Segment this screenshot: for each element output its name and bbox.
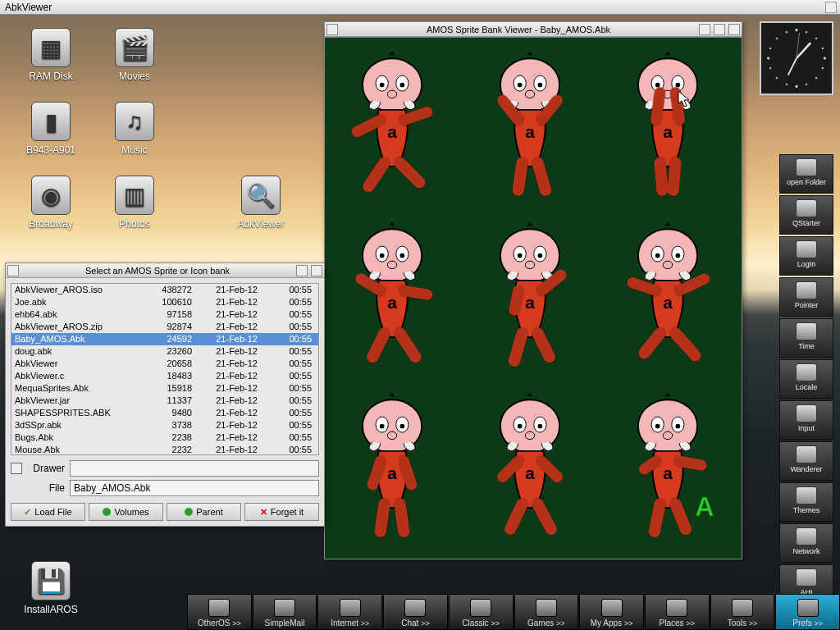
desktop-icon-ram-disk[interactable]: ▦RAM Disk bbox=[16, 28, 85, 82]
file-selector-titlebar[interactable]: Select an AMOS Sprite or Icon bank bbox=[6, 263, 324, 278]
file-row[interactable]: MequaSprites.Abk1591821-Feb-1200:55 bbox=[11, 382, 318, 395]
svg-point-73 bbox=[538, 424, 543, 429]
taskbar-item-prefs[interactable]: Prefs >> bbox=[775, 594, 840, 630]
input-icon bbox=[796, 404, 817, 422]
dock-item-login[interactable]: LogIn bbox=[779, 236, 833, 276]
taskbar-item-myapps[interactable]: My Apps >> bbox=[579, 594, 644, 630]
svg-point-4 bbox=[767, 57, 769, 60]
time-icon bbox=[796, 322, 817, 340]
desktop-icon-broadway[interactable]: ◉Broadway bbox=[16, 176, 85, 230]
dock-item-pointer[interactable]: Pointer bbox=[779, 277, 833, 317]
svg-point-16 bbox=[786, 31, 788, 33]
svg-point-31 bbox=[538, 83, 543, 88]
otheros-icon bbox=[208, 599, 230, 617]
depth-gadget[interactable] bbox=[728, 24, 740, 35]
file-row[interactable]: Bugs.Abk223821-Feb-1200:55 bbox=[11, 431, 318, 444]
svg-point-46 bbox=[387, 261, 396, 269]
dot-icon bbox=[185, 508, 193, 516]
file-row[interactable]: Baby_AMOS.Abk2459221-Feb-1200:55 bbox=[11, 333, 318, 345]
taskbar-item-chat[interactable]: Chat >> bbox=[383, 594, 448, 630]
desktop-icon-music[interactable]: ♫Music bbox=[100, 102, 169, 156]
file-list[interactable]: AbkViewer_AROS.iso43827221-Feb-1200:55Jo… bbox=[11, 283, 319, 455]
sprite-frame: a bbox=[472, 217, 587, 372]
taskbar-item-otheros[interactable]: OtherOS >> bbox=[187, 594, 252, 630]
svg-point-80 bbox=[676, 424, 681, 429]
taskbar-item-places[interactable]: Places >> bbox=[645, 594, 710, 630]
drawer-checkbox[interactable] bbox=[11, 463, 22, 474]
svg-point-12 bbox=[806, 84, 807, 85]
file-row[interactable]: 3dSSpr.abk373821-Feb-1200:55 bbox=[11, 419, 318, 431]
sprite-viewer-titlebar[interactable]: AMOS Sprite Bank Viewer - Baby_AMOS.Abk bbox=[325, 22, 742, 37]
close-gadget[interactable] bbox=[326, 24, 338, 35]
close-gadget[interactable] bbox=[7, 265, 19, 276]
file-row[interactable]: SHAPESSPRITES.ABK948021-Feb-1200:55 bbox=[11, 407, 318, 419]
file-row[interactable]: AbkViewer_AROS.iso43827221-Feb-1200:55 bbox=[11, 284, 318, 296]
desktop-icon-photos[interactable]: ▥Photos bbox=[100, 176, 169, 230]
svg-point-64 bbox=[380, 424, 385, 429]
svg-text:a: a bbox=[387, 122, 397, 141]
file-row[interactable]: ehb64.abk9715821-Feb-1200:55 bbox=[11, 308, 318, 321]
dock-item-network[interactable]: Network bbox=[779, 523, 833, 563]
file-row[interactable]: Joe.abk10061021-Feb-1200:55 bbox=[11, 296, 318, 308]
desktop-icon-abkviewer[interactable]: 🔍AbkViewer bbox=[226, 176, 295, 230]
file-row[interactable]: AbkViewer.c1848321-Feb-1200:55 bbox=[11, 370, 318, 382]
ram-disk-icon: ▦ bbox=[31, 28, 71, 67]
dock-item-time[interactable]: Time bbox=[779, 318, 833, 358]
dock-item-themes[interactable]: Themes bbox=[779, 482, 833, 522]
wanderer-icon bbox=[796, 445, 817, 463]
volumes-button[interactable]: Volumes bbox=[89, 503, 163, 521]
file-row[interactable]: AbkViewer_AROS.zip9287421-Feb-1200:55 bbox=[11, 321, 318, 333]
svg-point-43 bbox=[380, 253, 385, 258]
file-input[interactable] bbox=[70, 480, 319, 496]
svg-point-45 bbox=[400, 253, 405, 258]
dock-item-input[interactable]: Input bbox=[779, 400, 833, 440]
file-row[interactable]: AbkViewer.jar1133721-Feb-1200:55 bbox=[11, 395, 318, 407]
taskbar-item-internet[interactable]: Internet >> bbox=[317, 594, 382, 630]
ahi-icon bbox=[796, 568, 817, 587]
screen-depth-gadget[interactable] bbox=[825, 2, 837, 13]
dock-item-open-folder[interactable]: open Folder bbox=[779, 154, 833, 194]
cross-icon: ✕ bbox=[260, 507, 267, 518]
dock-item-qstarter[interactable]: QStarter bbox=[779, 195, 833, 235]
internet-icon bbox=[340, 599, 361, 617]
iconify-gadget[interactable] bbox=[699, 24, 710, 35]
svg-point-74 bbox=[525, 431, 534, 440]
desktop-icon-installaros[interactable]: 💾InstallAROS bbox=[16, 561, 85, 615]
places-icon bbox=[666, 599, 687, 617]
taskbar-item-games[interactable]: Games >> bbox=[514, 594, 579, 630]
desktop-icon-usb-drive[interactable]: ▮B943-A901 bbox=[16, 102, 85, 156]
menubar[interactable]: AbkViewer bbox=[0, 0, 840, 15]
photos-icon: ▥ bbox=[115, 176, 154, 215]
iconify-gadget[interactable] bbox=[296, 265, 308, 276]
icon-label: AbkViewer bbox=[226, 218, 295, 230]
svg-point-15 bbox=[769, 48, 771, 49]
svg-text:a: a bbox=[525, 463, 535, 482]
drawer-input[interactable] bbox=[70, 460, 319, 477]
zoom-gadget[interactable] bbox=[714, 24, 725, 35]
games-icon bbox=[536, 599, 557, 617]
svg-text:a: a bbox=[663, 122, 673, 141]
desktop-icon-movies[interactable]: 🎬Movies bbox=[100, 28, 169, 82]
dock-item-locale[interactable]: Locale bbox=[779, 359, 833, 399]
login-icon bbox=[796, 240, 817, 258]
parent-button[interactable]: Parent bbox=[167, 503, 241, 521]
file-row[interactable]: doug.abk2326021-Feb-1200:55 bbox=[11, 345, 318, 358]
music-icon: ♫ bbox=[115, 102, 154, 141]
file-row[interactable]: Mouse.Abk223221-Feb-1200:55 bbox=[11, 444, 318, 455]
svg-point-7 bbox=[776, 77, 778, 79]
taskbar-item-tools[interactable]: Tools >> bbox=[710, 594, 775, 630]
network-icon bbox=[796, 527, 817, 546]
forget-it-button[interactable]: ✕ Forget it bbox=[244, 503, 319, 521]
load-file-button[interactable]: ✓ Load File bbox=[11, 503, 85, 521]
svg-point-14 bbox=[769, 67, 771, 69]
svg-point-29 bbox=[518, 83, 523, 88]
svg-point-78 bbox=[655, 424, 660, 429]
svg-point-25 bbox=[387, 90, 396, 98]
file-row[interactable]: AbkViewer2065821-Feb-1200:55 bbox=[11, 358, 318, 370]
taskbar-item-simplemail[interactable]: SimpleMail bbox=[253, 594, 317, 630]
dock-item-wanderer[interactable]: Wanderer bbox=[779, 441, 833, 481]
depth-gadget[interactable] bbox=[311, 265, 322, 276]
taskbar-item-classic[interactable]: Classic >> bbox=[449, 594, 514, 630]
svg-point-3 bbox=[796, 85, 798, 88]
pointer-icon bbox=[796, 281, 817, 299]
